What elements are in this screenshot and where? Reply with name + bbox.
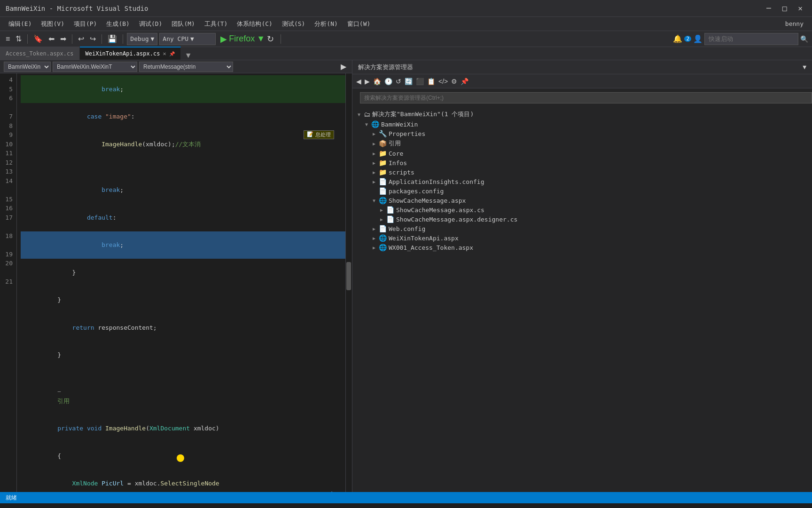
webconfig-label: Web.config: [389, 225, 425, 232]
pin-btn[interactable]: 📌: [460, 77, 469, 86]
tree-item-core[interactable]: ▶ 📁 Core: [352, 149, 812, 158]
menu-project[interactable]: 项目(P): [69, 18, 102, 30]
tree-item-showcache-designer[interactable]: ▶ 📄 ShowCacheMessage.aspx.designer.cs: [352, 214, 812, 224]
search-icon: 🔍: [800, 35, 808, 43]
refresh-icon: ↻: [267, 34, 274, 44]
tree-item-showcache-cs[interactable]: ▶ 📄 ShowCacheMessage.aspx.cs: [352, 205, 812, 214]
editor-nav: BamnWeiXin BamnWeiXin.WeiXinT ReturnMess…: [0, 60, 352, 73]
tree-item-showcache[interactable]: ▼ 🌐 ShowCacheMessage.aspx: [352, 196, 812, 205]
minimize-button[interactable]: ─: [763, 4, 775, 13]
toolbar-redo[interactable]: ↪: [88, 33, 98, 44]
toolbar-sort[interactable]: ⇅: [14, 33, 23, 44]
core-icon: 📁: [379, 150, 387, 157]
toolbar-prev[interactable]: ⬅: [47, 33, 56, 44]
namespace-dropdown[interactable]: BamnWeiXin: [4, 62, 51, 72]
solution-search[interactable]: [360, 92, 812, 103]
code-line: ImageHandle(xmldoc);//文本消 📝 息处理: [21, 130, 348, 167]
solution-root[interactable]: ▼ 🗂 解决方案"BamnWeiXin"(1 个项目): [352, 109, 812, 119]
editor-scrollbar[interactable]: [345, 73, 352, 492]
showcache-label: ShowCacheMessage.aspx: [389, 197, 466, 204]
tree-item-packages[interactable]: ▶ 📄 packages.config: [352, 186, 812, 196]
showcache-icon: 🌐: [379, 197, 387, 204]
menu-tools[interactable]: 工具(T): [200, 18, 232, 30]
tree-item-webconfig[interactable]: ▶ 📄 Web.config: [352, 224, 812, 233]
badge-count: 2: [684, 36, 691, 42]
menu-test[interactable]: 测试(S): [277, 18, 310, 30]
references-label: 引用: [389, 139, 401, 148]
history-btn[interactable]: 🕐: [383, 77, 393, 86]
editor-scroll-right[interactable]: ▶: [339, 61, 348, 72]
maximize-button[interactable]: □: [779, 4, 791, 13]
cpu-label: Any CPU: [163, 35, 188, 42]
toolbar-save-all[interactable]: 💾: [106, 33, 119, 44]
tab-label-weixin: WeiXinTokenApi.aspx.cs: [86, 50, 160, 57]
run-button[interactable]: ▶ Firefox ▼ ↻: [218, 33, 277, 45]
clipboard-btn[interactable]: 📋: [426, 77, 436, 86]
class-dropdown[interactable]: BamnWeiXin.WeiXinT: [53, 62, 137, 72]
scripts-label: scripts: [389, 169, 414, 176]
expand-references: ▶: [371, 141, 377, 146]
tab-access-token[interactable]: Access_Token.aspx.cs: [0, 47, 80, 60]
menu-view[interactable]: 视图(V): [36, 18, 69, 30]
code-line: default:: [21, 204, 348, 231]
menu-build[interactable]: 生成(B): [102, 18, 134, 30]
expand-scripts: ▶: [371, 170, 377, 175]
menu-team[interactable]: 团队(M): [167, 18, 199, 30]
toolbar-undo[interactable]: ↩: [76, 33, 86, 44]
project-expand: ▼: [364, 122, 369, 127]
expand-icon: ▼: [356, 112, 362, 117]
properties-label: Properties: [389, 130, 425, 137]
toolbar-bookmark[interactable]: 🔖: [31, 33, 45, 44]
browser-label: Firefox: [229, 34, 255, 44]
search-container: [352, 88, 812, 107]
menu-edit[interactable]: 编辑(E): [4, 18, 36, 30]
quick-launch-input[interactable]: [704, 33, 798, 45]
note-icon: 📝: [307, 131, 313, 139]
project-icon: 🌐: [371, 120, 379, 128]
code-content[interactable]: 4 5 6 7 8 9 10 11 12 13 14 15 16 17 18 1: [0, 73, 352, 492]
tree-item-scripts[interactable]: ▶ 📁 scripts: [352, 167, 812, 177]
fold-icon[interactable]: −: [57, 388, 61, 395]
sync-btn[interactable]: ↺: [395, 77, 402, 86]
back-btn[interactable]: ◀: [355, 77, 362, 86]
toolbar-indent[interactable]: ≡: [4, 34, 12, 44]
forward-btn[interactable]: ▶: [364, 77, 371, 86]
menu-debug[interactable]: 调试(D): [134, 18, 167, 30]
expand-properties: ▶: [371, 131, 377, 136]
tree-item-references[interactable]: ▶ 📦 引用: [352, 138, 812, 149]
toolbar-sep-4: [123, 34, 123, 44]
tree-item-properties[interactable]: ▶ 🔧 Properties: [352, 129, 812, 138]
method-dropdown[interactable]: ReturnMessage(strin: [139, 62, 233, 72]
collapse-btn[interactable]: ⬛: [415, 77, 425, 86]
tree-item-infos[interactable]: ▶ 📁 Infos: [352, 158, 812, 167]
home-btn[interactable]: 🏠: [372, 77, 382, 86]
debug-dropdown[interactable]: Debug ▼: [127, 33, 157, 45]
project-node[interactable]: ▼ 🌐 BamnWeiXin: [352, 119, 812, 129]
menu-architecture[interactable]: 体系结构(C): [232, 18, 277, 30]
code-line: private void ImageHandle(XmlDocument xml…: [21, 415, 348, 443]
code-view-btn[interactable]: </>: [437, 77, 449, 86]
tab-dropdown-btn[interactable]: ▼: [181, 51, 196, 60]
toolbar-next[interactable]: ➡: [58, 33, 68, 44]
menu-analyze[interactable]: 分析(N): [310, 18, 342, 30]
tab-close-icon[interactable]: ✕: [163, 50, 166, 57]
tree-item-wx001[interactable]: ▶ 🌐 WX001_Access_Token.aspx: [352, 243, 812, 252]
tree-item-appinsights[interactable]: ▶ 📄 ApplicationInsights.config: [352, 177, 812, 186]
wx001-label: WX001_Access_Token.aspx: [389, 244, 473, 251]
properties-icon: 🔧: [379, 130, 387, 137]
tab-weixin-token[interactable]: WeiXinTokenApi.aspx.cs ✕ 📌: [80, 47, 181, 60]
code-line: return responseContent;: [21, 314, 348, 341]
code-line: [21, 369, 348, 378]
cpu-dropdown[interactable]: Any CPU ▼: [159, 33, 216, 45]
menu-window[interactable]: 窗口(W): [343, 18, 375, 30]
cpu-arrow: ▼: [190, 35, 194, 42]
status-bar: 就绪: [0, 492, 812, 503]
refresh-btn[interactable]: 🔄: [404, 77, 414, 86]
core-label: Core: [389, 150, 403, 157]
code-line: {: [21, 442, 348, 470]
close-button[interactable]: ✕: [794, 4, 806, 13]
scrollbar-thumb[interactable]: [346, 262, 351, 290]
tree-item-weixin[interactable]: ▶ 🌐 WeiXinTokenApi.aspx: [352, 233, 812, 243]
settings-btn[interactable]: ⚙: [450, 77, 458, 86]
code-editor[interactable]: break; case "image": ImageHandle(xmldoc)…: [17, 73, 352, 492]
